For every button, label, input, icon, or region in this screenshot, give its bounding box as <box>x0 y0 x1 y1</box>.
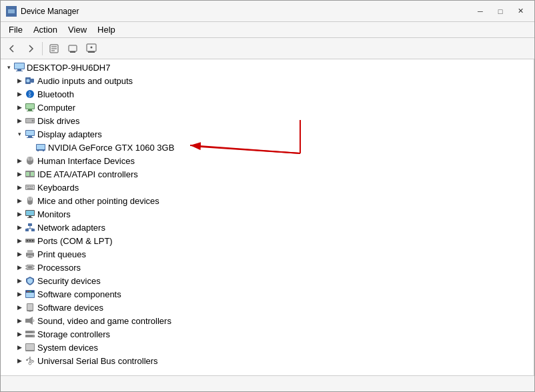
sound-expander[interactable]: ▶ <box>14 314 25 327</box>
print-label: Print queues <box>37 249 86 259</box>
system-label: System devices <box>37 343 98 353</box>
ide-expander[interactable]: ▶ <box>14 167 25 181</box>
update-driver-button[interactable] <box>64 41 81 57</box>
network-icon <box>25 222 35 233</box>
forward-button[interactable] <box>22 41 39 57</box>
tree-item-ide[interactable]: ▶ IDE ATA/ATAPI controllers <box>1 167 534 181</box>
svg-rect-44 <box>27 186 28 187</box>
monitors-expander[interactable]: ▶ <box>14 207 25 221</box>
audio-icon <box>25 75 35 86</box>
tree-item-disk[interactable]: ▶ Disk drives <box>1 114 534 127</box>
tree-item-display[interactable]: ▾ Display adapters <box>1 127 534 141</box>
tree-item-gpu[interactable]: NVIDIA GeForce GTX 1060 3GB <box>1 141 534 154</box>
svg-rect-69 <box>29 256 31 257</box>
svg-rect-34 <box>37 150 39 151</box>
computer-expander[interactable]: ▶ <box>14 101 25 114</box>
system-expander[interactable]: ▶ <box>14 341 25 354</box>
network-label: Network adapters <box>37 223 105 233</box>
app-icon <box>6 6 17 17</box>
bluetooth-expander[interactable]: ▶ <box>14 87 25 101</box>
mice-expander[interactable]: ▶ <box>14 194 25 207</box>
tree-item-mice[interactable]: ▶ Mice and other pointing devices <box>1 194 534 207</box>
svg-rect-64 <box>29 240 31 241</box>
window-title: Device Manager <box>21 7 472 16</box>
minimize-button[interactable]: ─ <box>472 5 489 18</box>
svg-point-83 <box>30 291 31 293</box>
disk-expander[interactable]: ▶ <box>14 114 25 127</box>
tree-item-monitors[interactable]: ▶ Monitors <box>1 207 534 221</box>
tree-item-ports[interactable]: ▶ Ports (COM & LPT) <box>1 234 534 247</box>
menu-view[interactable]: View <box>63 23 92 36</box>
gpu-expander <box>25 141 35 154</box>
tree-item-audio[interactable]: ▶ Audio inputs and outputs <box>1 74 534 87</box>
svg-rect-87 <box>25 319 29 323</box>
menu-bar: File Action View Help <box>1 22 534 38</box>
tree-item-usb[interactable]: ▶ Universal Serial Bus controllers <box>1 354 534 367</box>
svg-rect-40 <box>26 172 29 176</box>
mice-icon <box>25 195 35 206</box>
svg-rect-45 <box>29 186 30 187</box>
disk-icon <box>25 115 35 126</box>
software-comp-expander[interactable]: ▶ <box>14 287 25 301</box>
print-expander[interactable]: ▶ <box>14 247 25 261</box>
menu-file[interactable]: File <box>3 23 28 36</box>
tree-item-print[interactable]: ▶ Print queues <box>1 247 534 261</box>
svg-rect-57 <box>25 229 29 231</box>
software-dev-expander[interactable]: ▶ <box>14 301 25 314</box>
svg-rect-2 <box>9 14 13 15</box>
svg-rect-53 <box>26 211 34 215</box>
security-expander[interactable]: ▶ <box>14 274 25 287</box>
svg-rect-31 <box>27 137 33 138</box>
svg-rect-14 <box>17 69 21 71</box>
tree-item-system[interactable]: ▶ System devices <box>1 341 534 354</box>
hid-expander[interactable]: ▶ <box>14 154 25 167</box>
tree-item-computer[interactable]: ▶ Computer <box>1 101 534 114</box>
toolbar-divider-1 <box>42 42 43 55</box>
audio-expander[interactable]: ▶ <box>14 74 25 87</box>
storage-expander[interactable]: ▶ <box>14 327 25 341</box>
sound-label: Sound, video and game controllers <box>37 316 171 326</box>
tree-item-security[interactable]: ▶ Security devices <box>1 274 534 287</box>
tree-item-sound[interactable]: ▶ Sound, video and game controllers <box>1 314 534 327</box>
svg-rect-67 <box>27 250 33 253</box>
display-expander[interactable]: ▾ <box>14 127 25 141</box>
maximize-button[interactable]: □ <box>492 5 509 18</box>
tree-item-network[interactable]: ▶ Network adapters <box>1 221 534 234</box>
scan-button[interactable] <box>83 41 100 57</box>
processors-expander[interactable]: ▶ <box>14 261 25 274</box>
svg-rect-56 <box>28 223 32 226</box>
svg-rect-55 <box>27 217 33 218</box>
tree-root[interactable]: ▾ DESKTOP-9HU6DH7 <box>1 61 534 74</box>
properties-button[interactable] <box>45 41 63 57</box>
svg-point-81 <box>27 291 28 293</box>
device-tree[interactable]: ▾ DESKTOP-9HU6DH7 ▶ <box>1 59 534 375</box>
menu-help[interactable]: Help <box>92 23 121 36</box>
tree-item-software-comp[interactable]: ▶ Software components <box>1 287 534 301</box>
computer-label: Computer <box>37 103 75 113</box>
tree-item-bluetooth[interactable]: ▶ ᛒ Bluetooth <box>1 87 534 101</box>
usb-expander[interactable]: ▶ <box>14 354 25 367</box>
root-expander[interactable]: ▾ <box>3 61 14 74</box>
svg-point-100 <box>32 361 34 363</box>
processors-label: Processors <box>37 263 81 273</box>
monitors-label: Monitors <box>37 209 71 219</box>
svg-rect-24 <box>27 111 33 111</box>
usb-icon <box>25 355 35 366</box>
network-expander[interactable]: ▶ <box>14 221 25 234</box>
svg-point-27 <box>32 120 34 122</box>
close-button[interactable]: ✕ <box>512 5 529 18</box>
svg-rect-54 <box>29 216 31 217</box>
tree-item-hid[interactable]: ▶ Human Interface Devices <box>1 154 534 167</box>
back-button[interactable] <box>3 41 21 57</box>
keyboards-expander[interactable]: ▶ <box>14 181 25 194</box>
tree-item-processors[interactable]: ▶ Processors <box>1 261 534 274</box>
mice-label: Mice and other pointing devices <box>37 196 159 206</box>
svg-rect-23 <box>28 109 32 111</box>
menu-action[interactable]: Action <box>28 23 63 36</box>
gpu-icon <box>35 142 46 153</box>
svg-rect-29 <box>26 131 34 135</box>
tree-item-keyboards[interactable]: ▶ Keyboards <box>1 181 534 194</box>
tree-item-storage[interactable]: ▶ Storage controllers <box>1 327 534 341</box>
tree-item-software-dev[interactable]: ▶ Software devices <box>1 301 534 314</box>
ports-expander[interactable]: ▶ <box>14 234 25 247</box>
